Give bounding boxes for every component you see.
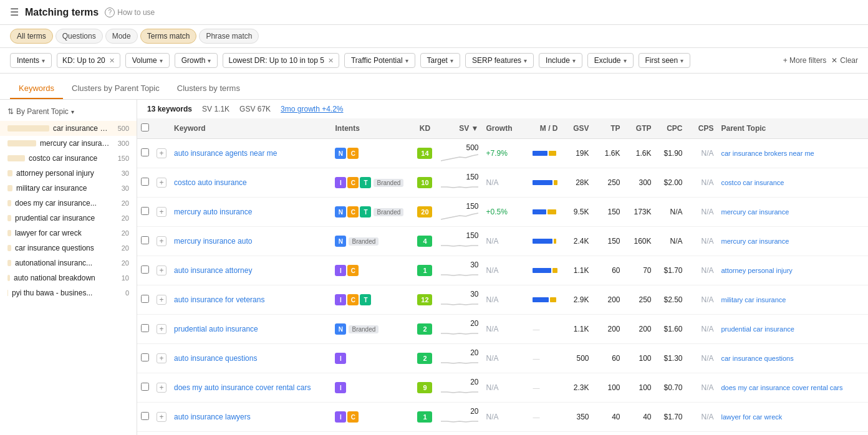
row-checkbox[interactable] [141,178,149,186]
sidebar-item-label: attorney personal injury [16,169,110,178]
badge-branded: Branded [349,237,379,246]
parent-topic-link[interactable]: attorney personal injury [721,267,792,274]
add-keyword-button[interactable]: + [157,324,166,334]
parent-topic-link[interactable]: car insurance questions [721,355,793,362]
filter-first_seen-dropdown[interactable]: First seen▾ [639,53,691,68]
add-keyword-button[interactable]: + [157,178,166,188]
row-checkbox[interactable] [141,353,149,361]
keyword-link[interactable]: auto insurance lawyers [174,413,251,421]
keyword-link[interactable]: auto insurance attorney [174,266,252,275]
sidebar-item[interactable]: attorney personal injury 30 [0,166,137,181]
col-header-intent[interactable]: Intents [331,118,412,139]
sidebar-item[interactable]: does my car insurance... 20 [0,196,137,211]
add-keyword-button[interactable]: + [157,295,166,305]
add-keyword-button[interactable]: + [157,207,166,217]
parent-topic-link[interactable]: prudential car insurance [721,325,794,333]
keyword-link[interactable]: mercury auto insurance [174,208,252,216]
growth-summary[interactable]: 3mo growth +4.2% [281,105,343,113]
view-tab-keywords[interactable]: Keywords [10,79,63,99]
parent-topic-link[interactable]: lawyer for car wreck [721,413,782,421]
view-tab-clusters-by-terms[interactable]: Clusters by terms [168,79,249,99]
filter-volume-dropdown[interactable]: Volume▾ [125,53,170,68]
tab-mode[interactable]: Mode [105,29,138,44]
parent-topic-link[interactable]: car insurance brokers near me [721,150,814,157]
parent-topic-link[interactable]: costco car insurance [721,179,784,186]
filter-tp-dropdown[interactable]: Traffic Potential▾ [344,53,415,68]
parent-topic-link[interactable]: mercury car insurance [721,237,789,245]
sidebar-item[interactable]: lawyer for car wreck 20 [0,226,137,241]
add-keyword-button[interactable]: + [157,353,166,363]
how-to-use-link[interactable]: How to use [105,7,155,17]
row-checkbox[interactable] [141,148,149,156]
row-checkbox[interactable] [141,412,149,420]
add-keyword-button[interactable]: + [157,236,166,246]
sidebar-item[interactable]: auto national breakdown 10 [0,270,137,285]
tp-value: 150 [607,237,620,246]
sidebar-header[interactable]: ⇅ By Parent Topic ▾ [0,107,137,121]
sidebar-item[interactable]: military car insurance 30 [0,181,137,196]
add-keyword-button[interactable]: + [157,148,166,158]
keyword-link[interactable]: prudential auto insurance [174,325,258,333]
col-header-md[interactable]: M / D [529,118,561,139]
keyword-link[interactable]: mercury insurance auto [174,237,252,246]
filter-include-dropdown[interactable]: Include▾ [539,53,582,68]
row-checkbox[interactable] [141,324,149,332]
filter-serp-dropdown[interactable]: SERP features▾ [465,53,534,68]
gsv-value: 28K [576,178,589,187]
sidebar-item-label: prudential car insurance [15,214,110,222]
add-keyword-button[interactable]: + [157,383,166,393]
filter-exclude-dropdown[interactable]: Exclude▾ [587,53,634,68]
row-checkbox[interactable] [141,383,149,391]
col-header-kd[interactable]: KD [412,118,437,139]
sidebar-item[interactable]: car insurance questions 20 [0,241,137,256]
tab-terms-match[interactable]: Terms match [140,29,197,44]
remove-filter-dr-icon[interactable]: ✕ [328,57,334,65]
col-header-kw[interactable]: Keyword [170,118,331,139]
parent-topic-link[interactable]: military car insurance [721,296,786,304]
col-header-gsv[interactable]: GSV [561,118,592,139]
row-checkbox[interactable] [141,265,149,274]
keyword-link[interactable]: auto insurance agents near me [174,149,277,158]
keyword-link[interactable]: does my auto insurance cover rental cars [174,383,311,392]
filter-target-dropdown[interactable]: Target▾ [420,53,460,68]
keyword-link[interactable]: costco auto insurance [174,178,247,187]
gsv-value: 500 [576,354,589,363]
sidebar-item[interactable]: pyi thu bawa - busines... 0 [0,285,137,300]
select-all-checkbox[interactable] [141,123,149,131]
col-header-tp[interactable]: TP [592,118,624,139]
hamburger-icon[interactable]: ☰ [10,6,19,18]
parent-topic-link[interactable]: does my car insurance cover rental cars [721,384,842,391]
parent-topic-link[interactable]: mercury car insurance [721,208,789,216]
col-header-sv[interactable]: SV ▼ [437,118,482,139]
add-keyword-button[interactable]: + [157,265,166,275]
tab-phrase-match[interactable]: Phrase match [199,29,259,44]
row-checkbox[interactable] [141,236,149,244]
filter-growth-dropdown[interactable]: Growth▾ [175,53,218,68]
view-tab-clusters-by-parent-topic[interactable]: Clusters by Parent Topic [63,79,168,99]
sidebar-item[interactable]: car insurance broker... 500 [0,121,137,136]
remove-filter-kd-icon[interactable]: ✕ [109,57,115,65]
sidebar-item[interactable]: mercury car insurance 300 [0,136,137,151]
col-header-growth[interactable]: Growth [482,118,529,139]
sidebar-item[interactable]: costco car insurance 150 [0,151,137,166]
col-header-gtp[interactable]: GTP [624,118,655,139]
row-checkbox[interactable] [141,207,149,215]
tab-all-terms[interactable]: All terms [10,29,53,44]
sidebar-item[interactable]: prudential car insurance 20 [0,211,137,226]
intent-badge-I: I [335,294,346,305]
tab-questions[interactable]: Questions [55,29,103,44]
gsv-value: 9.5K [574,208,589,216]
col-header-cps[interactable]: CPS [686,118,717,139]
row-checkbox[interactable] [141,295,149,303]
keyword-link[interactable]: auto insurance for veterans [174,295,264,304]
more-filters-button[interactable]: + More filters [783,56,827,65]
filter-intents-dropdown[interactable]: Intents▾ [10,53,52,68]
add-keyword-button[interactable]: + [157,412,166,422]
keyword-link[interactable]: auto insurance questions [174,354,257,363]
kd-badge: 14 [417,148,432,159]
sidebar-item[interactable]: autonational insuranc... 20 [0,256,137,270]
sidebar-item-count: 500 [110,125,129,132]
col-header-cpc[interactable]: CPC [655,118,686,139]
clear-button[interactable]: ✕ Clear [831,56,858,65]
col-header-parent[interactable]: Parent Topic [717,118,868,139]
